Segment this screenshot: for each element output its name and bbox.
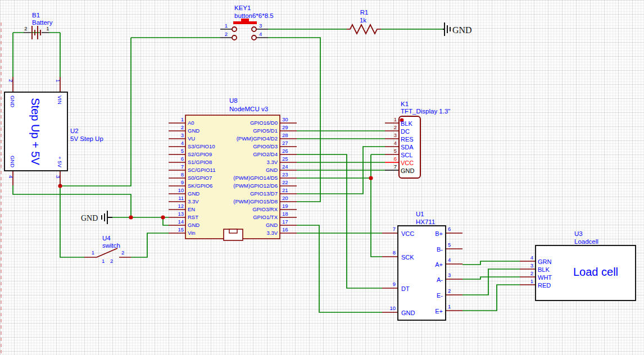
- wire[interactable]: [462, 261, 520, 265]
- hx711-body[interactable]: [398, 226, 446, 320]
- pin-num: 5: [181, 148, 184, 154]
- switch-value[interactable]: switch: [102, 242, 120, 249]
- pin-name: A0: [188, 120, 194, 126]
- pin-name: GPIO5/D1: [253, 128, 278, 134]
- pin-num: 13: [178, 211, 184, 217]
- pin-num: 11: [178, 195, 184, 201]
- pin-num: 28: [282, 132, 288, 138]
- pin-num: 6: [394, 156, 397, 162]
- stepup-body-text: Step Up + 5V: [29, 98, 42, 165]
- nodemcu-u8[interactable]: U8 NodeMCU v3 1 2 3 4 5 6 7 8 9 10 11 12…: [169, 97, 297, 240]
- tft-pin-stubs: [385, 123, 399, 154]
- pin-num: 29: [282, 124, 288, 130]
- schematic-canvas[interactable]: B1 Battery 2 1 2 1 4 3 GND VIN GND + 5V …: [0, 0, 644, 355]
- pin-num: 1: [530, 278, 533, 284]
- key1-value[interactable]: button6*6*8.5: [234, 12, 274, 19]
- pin-num: 8: [393, 249, 396, 256]
- pin-name: (PWM)GPIO12/D6: [233, 183, 278, 189]
- pin-name: BLK: [401, 120, 412, 127]
- switch-u4[interactable]: 1 2 1 2 U4 switch: [84, 235, 131, 264]
- wire[interactable]: [462, 285, 520, 311]
- key1-contact: [232, 27, 237, 31]
- pin-num: 19: [282, 203, 288, 209]
- pin-name: DC: [401, 128, 410, 135]
- pin-num: 10: [178, 187, 184, 193]
- pin-num: 16: [282, 226, 288, 233]
- switch-ref[interactable]: U4: [102, 235, 111, 242]
- wire[interactable]: [462, 269, 520, 295]
- resistor-value[interactable]: 1k: [360, 17, 366, 24]
- wire[interactable]: [297, 225, 382, 312]
- battery-ref[interactable]: B1: [32, 12, 40, 19]
- gnd-symbol-right[interactable]: GND: [443, 22, 472, 36]
- stepup-ref[interactable]: U2: [70, 128, 79, 134]
- stepup-value[interactable]: 5V Step Up: [70, 135, 103, 142]
- hx711-value[interactable]: HX711: [416, 219, 435, 225]
- pin-name: VCC: [401, 160, 414, 166]
- battery-b1[interactable]: B1 Battery 2 1: [24, 12, 53, 39]
- tft-ref[interactable]: K1: [401, 101, 409, 107]
- switch-blade: [97, 248, 117, 257]
- pin-name: GPIO0/D3: [253, 143, 278, 149]
- loadcell-u3[interactable]: U3 Loadcell 4 3 2 1 GRN BLK WHT RED Load…: [520, 230, 636, 301]
- gnd-bars: [443, 22, 450, 36]
- wire[interactable]: [60, 38, 131, 257]
- pin-num: 1: [448, 303, 451, 310]
- pin-name: GND: [188, 190, 199, 197]
- pin-num: 6: [181, 156, 184, 162]
- pin-name: E-: [437, 292, 443, 299]
- pin-num: 24: [282, 163, 288, 170]
- pin-name: VCC: [401, 230, 414, 237]
- stepup-pin3-num: 3: [55, 175, 61, 178]
- battery-pin2-num: 2: [24, 25, 27, 31]
- resistor-zigzag: [347, 25, 381, 34]
- key1-pin3-num: 3: [259, 22, 262, 29]
- pin-name: GPIO13/D7: [250, 190, 278, 197]
- pin-num: 2: [530, 270, 533, 276]
- wire[interactable]: [13, 33, 60, 77]
- loadcell-ref[interactable]: U3: [574, 230, 583, 237]
- pin-name: GND: [188, 128, 199, 134]
- pin-name: GPIO2/D4: [253, 151, 278, 157]
- pin-name: BLK: [538, 266, 550, 273]
- pin-name: VU: [188, 135, 195, 142]
- nodemcu-value[interactable]: NodeMCU v3: [229, 106, 268, 112]
- tft-display-k1[interactable]: K1 TFT_Display 1.3" 1 2 3 4 5 6 7 BLK DC…: [385, 101, 450, 178]
- switch-pin2-num: 2: [121, 249, 124, 256]
- pushbutton-key1[interactable]: 1 2 3 4 KEY1 button6*6*8.5: [220, 4, 274, 40]
- pin-num: 3: [181, 132, 184, 138]
- pin-num: 10: [389, 305, 396, 311]
- pin-num: 15: [178, 226, 184, 233]
- pin-name: E+: [435, 308, 443, 315]
- wire[interactable]: [297, 154, 382, 288]
- pin-num: 9: [393, 281, 396, 287]
- pin-num: 18: [282, 211, 288, 217]
- resistor-r1[interactable]: R1 1k: [347, 9, 381, 34]
- loadcell-value[interactable]: Loadcell: [574, 238, 598, 245]
- pin-num: 9: [181, 179, 184, 185]
- hx711-u1[interactable]: U1 HX711 7 8 9 10 VCC SCK DT GND 6 5 4 3…: [382, 211, 462, 320]
- stepup-u2[interactable]: 2 1 4 3 GND VIN GND + 5V Step Up + 5V U2…: [4, 77, 103, 185]
- wire[interactable]: [112, 217, 169, 225]
- nodemcu-ref[interactable]: U8: [229, 97, 238, 104]
- pin-name: SDA: [401, 144, 414, 151]
- junction-dot: [161, 215, 165, 219]
- key1-ref[interactable]: KEY1: [234, 4, 251, 11]
- pin-num: 1: [394, 116, 397, 122]
- nodemcu-usb-notch: [229, 229, 237, 233]
- gnd-symbol-left[interactable]: GND: [81, 211, 112, 224]
- pin-num: 7: [393, 226, 396, 232]
- key1-contact: [252, 35, 256, 40]
- pin-name: S1/GPIO8: [188, 159, 212, 165]
- wire[interactable]: [13, 185, 131, 217]
- resistor-ref[interactable]: R1: [360, 9, 369, 16]
- battery-value[interactable]: Battery: [32, 19, 53, 26]
- tft-value[interactable]: TFT_Display 1.3": [401, 108, 450, 115]
- pin-name: WHT: [538, 274, 552, 281]
- hx711-ref[interactable]: U1: [416, 211, 424, 217]
- wire[interactable]: [462, 277, 520, 279]
- wire[interactable]: [131, 233, 169, 257]
- stepup-pin4-num: 4: [8, 175, 14, 178]
- pin-num: 14: [178, 219, 184, 225]
- pin-num: 2: [394, 124, 397, 130]
